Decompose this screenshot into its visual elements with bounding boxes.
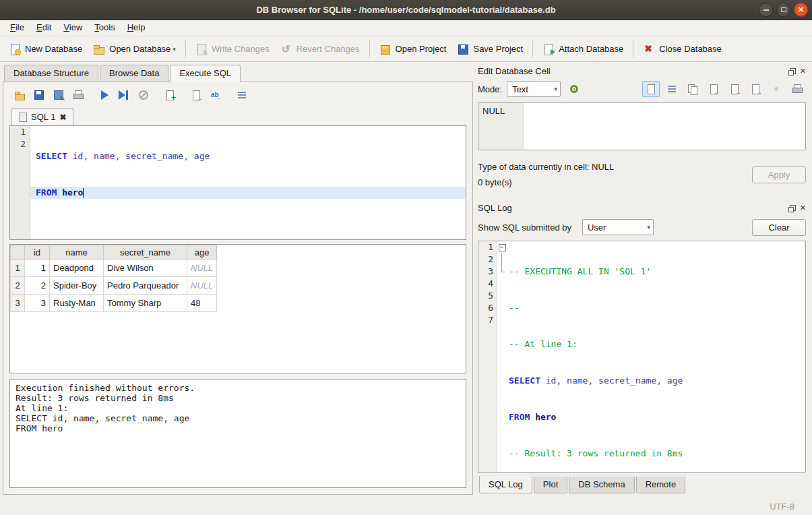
menu-edit[interactable]: Edit (30, 20, 57, 36)
cell-id[interactable]: 3 (25, 295, 50, 312)
apply-button[interactable]: Apply (752, 166, 806, 183)
execute-all-button[interactable] (96, 86, 113, 104)
export-icon (729, 84, 740, 94)
import-icon (708, 84, 719, 94)
menu-help[interactable]: Help (121, 20, 152, 36)
open-sql-file-button[interactable] (11, 86, 28, 104)
titlebar: DB Browser for SQLite - /home/user/code/… (0, 0, 812, 20)
import-data-button[interactable] (705, 81, 722, 97)
sql-editor-toolbar (9, 85, 466, 105)
close-sql-tab-icon[interactable]: ✖ (59, 113, 66, 122)
editor-line-numbers: 1 2 (10, 126, 30, 239)
write-changes-button[interactable]: Write Changes (191, 40, 274, 58)
menu-tools[interactable]: Tools (88, 20, 121, 36)
row-header[interactable]: 3 (11, 295, 25, 312)
save-sql-file-as-button[interactable] (50, 86, 67, 104)
float-dock-icon[interactable] (790, 68, 796, 74)
execute-current-line-button[interactable] (115, 86, 133, 104)
corner-header[interactable] (11, 245, 25, 260)
column-header-age[interactable]: age (187, 245, 217, 260)
results-header-row: id name secret_name age (11, 245, 217, 260)
cell-secret-name[interactable]: Pedro Parqueador (104, 277, 187, 295)
cell-secret-name[interactable]: Tommy Sharp (104, 295, 187, 312)
set-null-button[interactable] (768, 81, 785, 97)
cell-secret-name[interactable]: Dive Wilson (104, 260, 187, 277)
menubar: File Edit View Tools Help (0, 20, 812, 36)
sql-editor[interactable]: 1 2 SELECT id, name, secret_name, age FR… (9, 125, 466, 240)
save-project-label: Save Project (473, 44, 523, 54)
mode-select[interactable]: Text ▾ (507, 81, 561, 97)
close-database-button[interactable]: Close Database (638, 40, 726, 58)
edit-cell-title: Edit Database Cell (478, 66, 790, 76)
editor-code-area[interactable]: SELECT id, name, secret_name, age FROM h… (30, 126, 466, 239)
attach-database-label: Attach Database (559, 44, 623, 54)
open-project-button[interactable]: Open Project (375, 40, 451, 58)
copy-button[interactable] (684, 81, 701, 97)
toolbar-separator (185, 40, 186, 58)
word-wrap-button[interactable] (663, 81, 681, 97)
cell-name[interactable]: Deadpond (50, 260, 104, 277)
save-sql-file-button[interactable] (30, 86, 48, 104)
menu-view[interactable]: View (57, 20, 88, 36)
save-as-button[interactable] (747, 81, 764, 97)
column-header-name[interactable]: name (50, 245, 104, 260)
print-cell-button[interactable] (788, 81, 806, 97)
fold-marker-icon[interactable] (497, 241, 506, 253)
tab-plot[interactable]: Plot (534, 477, 567, 493)
new-database-button[interactable]: New Database (4, 40, 87, 58)
row-header[interactable]: 2 (11, 277, 25, 295)
tab-sql-log[interactable]: SQL Log (479, 476, 532, 493)
stop-execution-button[interactable] (135, 86, 152, 104)
new-sql-tab-button[interactable] (161, 86, 179, 104)
tab-sql-1[interactable]: SQL 1 ✖ (11, 108, 73, 125)
execution-message-area[interactable]: Execution finished without errors. Resul… (9, 379, 466, 488)
auto-mode-button[interactable] (565, 81, 583, 97)
float-dock-icon[interactable] (790, 205, 796, 211)
clear-log-button[interactable]: Clear (752, 219, 806, 236)
write-changes-icon (195, 43, 208, 55)
cell-value-editor[interactable]: NULL (478, 102, 806, 150)
row-header[interactable]: 1 (11, 260, 25, 277)
sql-log-view[interactable]: 1 2 3 4 5 6 7 -- (478, 241, 806, 473)
close-dock-icon[interactable]: ✕ (800, 204, 806, 212)
minimize-button[interactable] (759, 3, 773, 17)
tab-execute-sql[interactable]: Execute SQL (170, 65, 241, 82)
tab-database-structure[interactable]: Database Structure (4, 65, 98, 82)
cell-name[interactable]: Spider-Boy (50, 277, 104, 295)
open-database-button[interactable]: Open Database ▾ (88, 40, 181, 58)
attach-database-icon (542, 43, 555, 55)
cell-age[interactable]: 48 (187, 295, 217, 312)
cell-id[interactable]: 2 (25, 277, 50, 295)
menu-file[interactable]: File (4, 20, 30, 36)
tab-browse-data[interactable]: Browse Data (100, 65, 168, 82)
text-view-button[interactable] (642, 81, 660, 97)
cell-age[interactable]: NULL (187, 260, 217, 277)
attach-database-button[interactable]: Attach Database (538, 40, 628, 58)
cell-age[interactable]: NULL (187, 277, 217, 295)
execute-sql-panel: SQL 1 ✖ 1 2 SELECT id, name, secret_name… (3, 82, 473, 495)
save-project-button[interactable]: Save Project (452, 40, 528, 58)
export-sql-button[interactable] (187, 86, 205, 104)
tab-remote[interactable]: Remote (636, 477, 686, 493)
tab-db-schema[interactable]: DB Schema (569, 477, 634, 493)
revert-changes-button[interactable]: Revert Changes (276, 40, 365, 58)
format-sql-button[interactable] (233, 86, 251, 104)
log-fold-column[interactable] (497, 241, 506, 472)
column-header-id[interactable]: id (25, 245, 50, 260)
print-icon (792, 84, 803, 94)
close-button[interactable]: ✕ (794, 3, 808, 17)
column-header-secret-name[interactable]: secret_name (104, 245, 187, 260)
format-lines-icon (237, 90, 247, 100)
cell-id[interactable]: 1 (25, 260, 50, 277)
print-sql-button[interactable] (69, 86, 87, 104)
submitted-by-select[interactable]: User ▾ (582, 219, 654, 235)
find-replace-button[interactable] (207, 86, 224, 104)
close-dock-icon[interactable]: ✕ (800, 67, 806, 75)
cell-name[interactable]: Rusty-Man (50, 295, 104, 312)
open-database-dropdown-icon[interactable]: ▾ (173, 46, 176, 53)
open-database-label: Open Database (109, 44, 170, 54)
maximize-button[interactable] (776, 3, 790, 17)
null-icon (771, 84, 782, 94)
table-row: 3 3 Rusty-Man Tommy Sharp 48 (11, 295, 217, 312)
export-data-button[interactable] (726, 81, 743, 97)
